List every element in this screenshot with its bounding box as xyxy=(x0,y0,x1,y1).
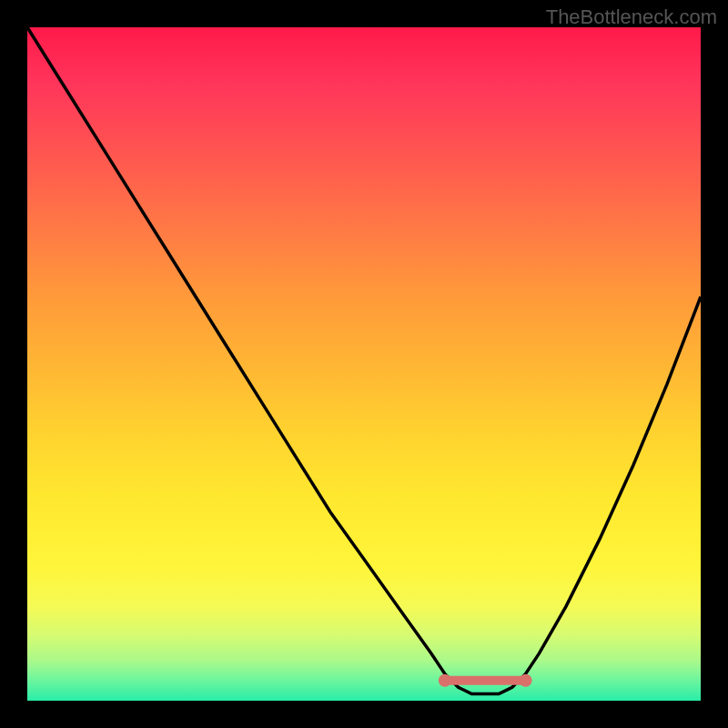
plot-area xyxy=(27,27,701,701)
chart-svg xyxy=(27,27,701,701)
watermark-text: TheBottleneck.com xyxy=(546,5,717,29)
optimal-range-dot-right xyxy=(520,674,532,687)
bottleneck-curve xyxy=(27,27,701,694)
optimal-range-dot-left xyxy=(439,674,451,687)
